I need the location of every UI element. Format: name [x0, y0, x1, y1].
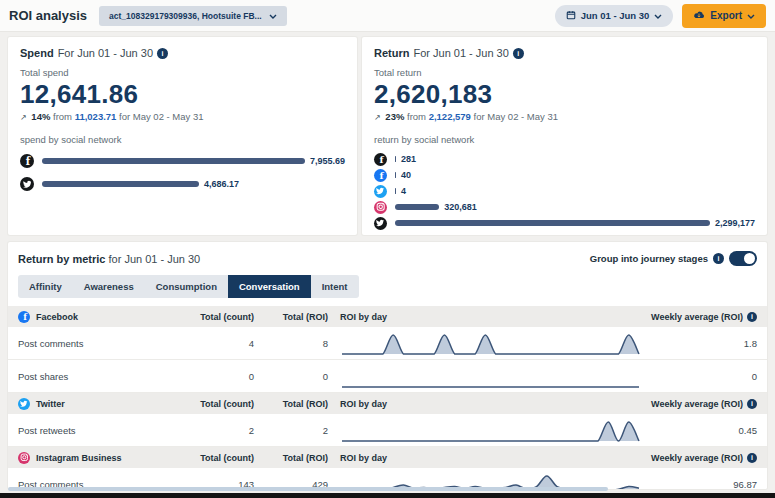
instagram-icon — [18, 452, 30, 464]
facebook-icon: f — [374, 153, 387, 166]
info-icon[interactable]: i — [747, 453, 757, 463]
info-icon[interactable]: i — [747, 312, 757, 322]
network-bar-value: 4 — [401, 186, 406, 196]
trend-up-icon: ↗ — [374, 113, 381, 122]
journey-stages-toggle-label: Group into journey stages — [590, 253, 708, 264]
network-bar-value: 40 — [401, 170, 411, 180]
metric-row: Post comments481.8 — [8, 327, 767, 360]
facebook-icon: f — [374, 169, 387, 182]
tab-awareness[interactable]: Awareness — [73, 275, 145, 298]
tab-conversation[interactable]: Conversation — [228, 275, 311, 298]
return-prev-value-link[interactable]: 2,122,579 — [429, 111, 471, 122]
total-return-label: Total return — [374, 67, 755, 79]
roi-by-day-sparkline — [340, 330, 641, 357]
column-header: Weekly average (ROI) — [651, 312, 743, 322]
return-change-pct: 23% — [385, 111, 404, 122]
metric-row: Post retweets220.45 — [8, 414, 767, 447]
network-bar-row: 2,299,177 — [374, 217, 755, 229]
network-bar — [42, 158, 305, 164]
info-icon[interactable]: i — [713, 253, 724, 264]
chevron-down-icon — [747, 10, 755, 21]
return-card-title: Return — [374, 46, 409, 60]
twitter-icon — [374, 185, 387, 198]
column-header: Weekly average (ROI) — [651, 453, 743, 463]
metric-row: Post comments14342996.87 — [8, 468, 767, 489]
top-bar: ROI analysis act_108329179309936, Hootsu… — [0, 0, 775, 32]
column-header: ROI by day — [328, 312, 645, 322]
return-change-row: ↗ 23% from 2,122,579 for May 02 - May 31 — [374, 111, 755, 124]
total-spend-label: Total spend — [20, 67, 345, 79]
tab-affinity[interactable]: Affinity — [18, 275, 73, 298]
network-bar — [395, 172, 396, 178]
network-bar — [395, 156, 396, 162]
facebook-icon: f — [18, 311, 30, 323]
return-by-metric-card: Return by metric for Jun 01 - Jun 30 Gro… — [8, 242, 767, 489]
export-button[interactable]: Export — [682, 4, 766, 28]
account-dropdown[interactable]: act_108329179309936, Hootsuite FB... — [99, 6, 287, 26]
network-bar-value: 2,299,177 — [715, 218, 755, 228]
account-dropdown-label: act_108329179309936, Hootsuite FB... — [109, 11, 262, 21]
roi-by-day-sparkline — [340, 363, 641, 390]
total-roi-value: 2 — [254, 425, 328, 436]
metric-name: Post comments — [18, 338, 188, 349]
total-count-value: 4 — [188, 338, 254, 349]
info-icon[interactable]: i — [513, 48, 524, 59]
horizontal-scrollbar-thumb[interactable] — [8, 487, 608, 491]
tab-intent[interactable]: Intent — [311, 275, 359, 298]
twitter-icon — [374, 217, 387, 230]
weekly-average-value: 1.8 — [645, 338, 757, 349]
metric-section-period: for Jun 01 - Jun 30 — [108, 253, 200, 265]
tab-consumption[interactable]: Consumption — [145, 275, 228, 298]
roi-by-day-sparkline — [340, 417, 641, 444]
network-bar — [395, 188, 396, 194]
network-bar-value: 320,681 — [444, 202, 477, 212]
info-icon[interactable]: i — [747, 399, 757, 409]
column-header: ROI by day — [328, 453, 645, 463]
network-bar — [42, 181, 199, 187]
spend-card: Spend For Jun 01 - Jun 30 i Total spend … — [8, 37, 357, 235]
metric-name: Post shares — [18, 371, 188, 382]
chevron-down-icon — [269, 11, 277, 21]
total-spend-value: 12,641.86 — [20, 79, 345, 109]
journey-stages-toggle[interactable] — [729, 251, 757, 266]
spend-prev-period: for May 02 - May 31 — [119, 111, 203, 122]
summary-cards: Spend For Jun 01 - Jun 30 i Total spend … — [0, 32, 775, 235]
total-roi-value: 0 — [254, 371, 328, 382]
spend-bars-label: spend by social network — [20, 134, 345, 146]
column-header: Total (ROI) — [254, 312, 328, 322]
network-bar-row: 4 — [374, 185, 755, 197]
column-header: Total (ROI) — [254, 399, 328, 409]
twitter-icon — [20, 177, 34, 191]
return-card-period: For Jun 01 - Jun 30 — [413, 46, 508, 60]
spend-change-from: from — [53, 111, 72, 122]
metric-table: fFacebookTotal (count)Total (ROI)ROI by … — [8, 306, 767, 489]
column-header: Weekly average (ROI) — [651, 399, 743, 409]
metric-row: Post shares000 — [8, 360, 767, 393]
column-header: Total (count) — [188, 453, 254, 463]
facebook-icon: f — [20, 154, 34, 168]
weekly-average-value: 0 — [645, 371, 757, 382]
window-bottom-edge — [0, 493, 775, 498]
group-network-name: Facebook — [36, 312, 78, 322]
spend-prev-value-link[interactable]: 11,023.71 — [75, 111, 117, 122]
spend-change-pct: 14% — [31, 111, 50, 122]
instagram-icon — [374, 201, 387, 214]
column-header: Total (count) — [188, 399, 254, 409]
total-count-value: 2 — [188, 425, 254, 436]
network-bar-row: 4,686.17 — [20, 176, 345, 192]
metric-tabs: AffinityAwarenessConsumptionConversation… — [18, 275, 359, 298]
total-count-value: 0 — [188, 371, 254, 382]
network-bar-row: f40 — [374, 169, 755, 181]
date-range-picker[interactable]: Jun 01 - Jun 30 — [555, 5, 674, 27]
info-icon[interactable]: i — [157, 48, 168, 59]
total-roi-value: 8 — [254, 338, 328, 349]
metric-name: Post retweets — [18, 425, 188, 436]
network-bar — [395, 204, 439, 210]
network-bar — [395, 220, 710, 226]
export-button-label: Export — [710, 10, 742, 21]
network-bar-row: 320,681 — [374, 201, 755, 213]
return-change-from: from — [407, 111, 426, 122]
date-range-label: Jun 01 - Jun 30 — [581, 10, 650, 21]
return-bars-label: return by social network — [374, 134, 755, 146]
export-cloud-icon — [693, 10, 705, 22]
